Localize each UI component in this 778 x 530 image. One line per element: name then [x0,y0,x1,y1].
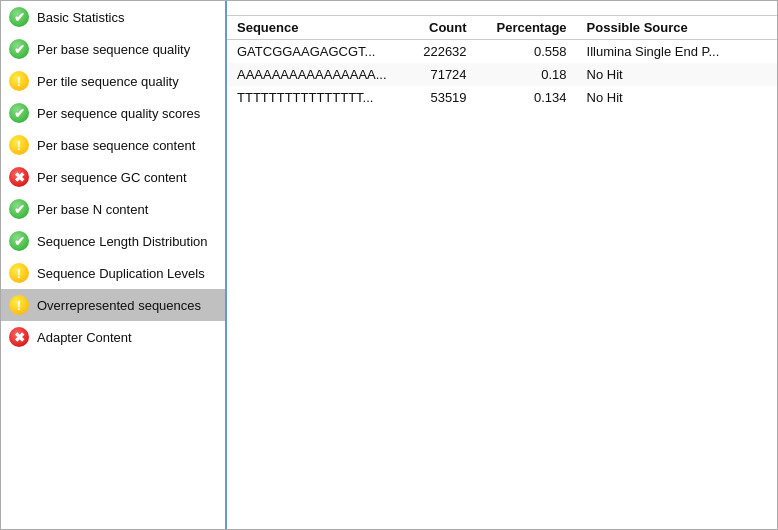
table-row: GATCGGAAGAGCGT...2226320.558Illumina Sin… [227,40,777,64]
sidebar-item-per-base-sequence-quality[interactable]: ✔Per base sequence quality [1,33,225,65]
cell-sequence: TTTTTTTTTTTTTTTT... [227,86,397,109]
sidebar-item-label: Overrepresented sequences [37,298,201,313]
pass-icon: ✔ [9,7,29,27]
sidebar-item-label: Per sequence quality scores [37,106,200,121]
col-header-percentage: Percentage [477,16,577,40]
cell-source: Illumina Single End P... [577,40,777,64]
pass-icon: ✔ [9,103,29,123]
main-panel: Sequence Count Percentage Possible Sourc… [227,1,777,529]
sidebar-item-per-base-n-content[interactable]: ✔Per base N content [1,193,225,225]
pass-icon: ✔ [9,39,29,59]
sidebar-item-label: Per base N content [37,202,148,217]
sidebar-item-sequence-duplication-levels[interactable]: !Sequence Duplication Levels [1,257,225,289]
cell-sequence: AAAAAAAAAAAAAAAA... [227,63,397,86]
sidebar-item-label: Basic Statistics [37,10,124,25]
overrepresented-table: Sequence Count Percentage Possible Sourc… [227,16,777,109]
fail-icon: ✖ [9,327,29,347]
main-title [227,1,777,16]
sidebar-item-label: Adapter Content [37,330,132,345]
warn-icon: ! [9,263,29,283]
sidebar-item-per-tile-sequence-quality[interactable]: !Per tile sequence quality [1,65,225,97]
cell-count: 53519 [397,86,477,109]
cell-percentage: 0.558 [477,40,577,64]
sidebar-item-overrepresented-sequences[interactable]: !Overrepresented sequences [1,289,225,321]
warn-icon: ! [9,71,29,91]
cell-count: 71724 [397,63,477,86]
sidebar-item-label: Sequence Length Distribution [37,234,208,249]
sidebar-item-label: Sequence Duplication Levels [37,266,205,281]
sidebar-item-per-sequence-quality-scores[interactable]: ✔Per sequence quality scores [1,97,225,129]
pass-icon: ✔ [9,199,29,219]
warn-icon: ! [9,135,29,155]
cell-sequence: GATCGGAAGAGCGT... [227,40,397,64]
fail-icon: ✖ [9,167,29,187]
cell-source: No Hit [577,63,777,86]
col-header-count: Count [397,16,477,40]
sidebar-item-sequence-length-distribution[interactable]: ✔Sequence Length Distribution [1,225,225,257]
sidebar-item-per-sequence-gc-content[interactable]: ✖Per sequence GC content [1,161,225,193]
sidebar-item-label: Per base sequence quality [37,42,190,57]
sidebar-item-label: Per tile sequence quality [37,74,179,89]
pass-icon: ✔ [9,231,29,251]
sidebar-item-label: Per sequence GC content [37,170,187,185]
table-row: TTTTTTTTTTTTTTTT...535190.134No Hit [227,86,777,109]
app-container: ✔Basic Statistics✔Per base sequence qual… [0,0,778,530]
table-wrapper: Sequence Count Percentage Possible Sourc… [227,16,777,529]
cell-count: 222632 [397,40,477,64]
col-header-sequence: Sequence [227,16,397,40]
cell-percentage: 0.134 [477,86,577,109]
sidebar-item-label: Per base sequence content [37,138,195,153]
col-header-source: Possible Source [577,16,777,40]
table-row: AAAAAAAAAAAAAAAA...717240.18No Hit [227,63,777,86]
cell-percentage: 0.18 [477,63,577,86]
sidebar-item-basic-statistics[interactable]: ✔Basic Statistics [1,1,225,33]
sidebar-item-adapter-content[interactable]: ✖Adapter Content [1,321,225,353]
cell-source: No Hit [577,86,777,109]
sidebar: ✔Basic Statistics✔Per base sequence qual… [1,1,227,529]
warn-icon: ! [9,295,29,315]
sidebar-item-per-base-sequence-content[interactable]: !Per base sequence content [1,129,225,161]
